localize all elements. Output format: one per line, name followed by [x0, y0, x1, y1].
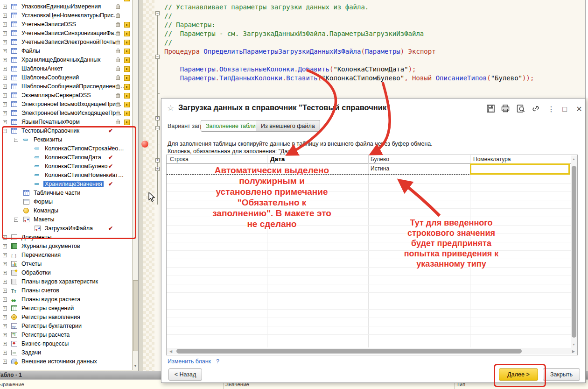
- expand-icon[interactable]: +: [3, 58, 7, 62]
- expand-icon[interactable]: +: [3, 76, 7, 80]
- tree-item-label[interactable]: Макеты: [34, 216, 54, 223]
- tree-item-label[interactable]: Планы видов расчета: [21, 296, 80, 303]
- tree-item-label[interactable]: УчетныеЗаписиСинхронизацииФа…: [21, 30, 120, 36]
- code-line[interactable]: //: [164, 39, 172, 48]
- fold-collapse-icon[interactable]: −: [155, 55, 160, 59]
- tree-item-label[interactable]: ХранилищеДвоичныхДанных: [21, 57, 101, 63]
- expand-icon[interactable]: +: [3, 315, 7, 319]
- expand-icon[interactable]: +: [3, 342, 7, 346]
- tree-item-label[interactable]: ЭлектронноеПисьмоИсходящееПр…: [21, 110, 122, 116]
- tree-item-label[interactable]: УстановкаЦенНоменклатурыПрис…: [21, 12, 119, 19]
- collapse-icon[interactable]: −: [3, 129, 7, 133]
- tree-item-label[interactable]: ШаблоныСообщенийПрисоединенн…: [21, 83, 125, 90]
- tree-item-label[interactable]: Планы видов характеристик: [21, 278, 98, 285]
- tree-item[interactable]: +Регистры расчета: [0, 331, 138, 339]
- expand-icon[interactable]: +: [3, 22, 7, 27]
- tree-item[interactable]: Команды: [0, 206, 138, 215]
- more-menu-icon[interactable]: ⋮: [546, 105, 556, 114]
- tree-item[interactable]: +Планы счетов: [0, 286, 138, 295]
- tree-item[interactable]: +ЯзыкиПечатныхФорм: [0, 118, 138, 127]
- tree-item-label[interactable]: Бизнес-процессы: [21, 340, 69, 347]
- expand-icon[interactable]: +: [3, 289, 7, 293]
- tree-item[interactable]: −Реквизиты: [0, 135, 138, 144]
- table-horizontal-scrollbar[interactable]: ◀ ▶: [167, 348, 577, 354]
- scroll-down-icon[interactable]: ▼: [133, 363, 138, 369]
- data-entry-table[interactable]: СтрокаДатаБулевоНоменклатура Истина ▲ ▼ …: [166, 155, 578, 355]
- tree-item-label[interactable]: Перечисления: [21, 252, 61, 258]
- tree-item[interactable]: +ШаблоныАнкет: [0, 64, 138, 73]
- tree-item[interactable]: ХранилищеЗначения✔: [0, 180, 138, 189]
- tree-item[interactable]: +Обработки: [0, 269, 138, 277]
- favorite-star-icon[interactable]: ☆: [167, 103, 174, 113]
- scroll-down-icon[interactable]: ▼: [572, 343, 575, 346]
- tree-item-label[interactable]: Формы: [34, 198, 53, 205]
- tree-item[interactable]: +ХранилищеДвоичныхДанных: [0, 56, 138, 64]
- expand-icon[interactable]: +: [3, 306, 7, 311]
- tree-item[interactable]: +Планы видов расчета: [0, 295, 138, 304]
- tree-item-label[interactable]: КолонкаСТипомБулево: [45, 163, 108, 170]
- tree-item-label[interactable]: Файлы: [21, 48, 40, 54]
- breakpoint-icon[interactable]: [141, 141, 148, 148]
- fold-expand-icon[interactable]: +: [155, 116, 160, 120]
- tree-item-label[interactable]: ТестовыйСправочник: [21, 127, 79, 134]
- tree-item[interactable]: КолонкаСТипомБулево✔: [0, 162, 138, 171]
- tree-item[interactable]: +Регистры накопления: [0, 313, 138, 322]
- tree-item[interactable]: +Перечисления: [0, 251, 138, 260]
- code-line[interactable]: Параметры.ОбязательныеКолонки.Добавить("…: [164, 65, 416, 74]
- tree-item-label[interactable]: УчетныеЗаписиЭлектроннойПочты: [21, 39, 117, 45]
- tree-item-label[interactable]: УчетныеЗаписиDSS: [21, 21, 76, 28]
- table-vertical-scrollbar[interactable]: ▲ ▼: [571, 156, 577, 348]
- tree-item[interactable]: +ЭкземплярыСервераDSS: [0, 91, 138, 100]
- expand-icon[interactable]: +: [3, 262, 7, 266]
- scroll-right-icon[interactable]: ▶: [572, 349, 575, 354]
- column-header-3[interactable]: Булево: [371, 156, 389, 163]
- close-icon[interactable]: ✕: [574, 105, 584, 114]
- tree-item-label[interactable]: Регистры сведений: [21, 305, 74, 311]
- column-header-2[interactable]: Дата: [270, 156, 285, 163]
- fold-expand-icon[interactable]: +: [155, 167, 160, 171]
- back-button[interactable]: < Назад: [168, 368, 202, 381]
- editor-scrollbar[interactable]: [585, 0, 588, 98]
- vscroll-thumb[interactable]: [572, 166, 576, 338]
- tree-item-label[interactable]: ЯзыкиПечатныхФорм: [21, 119, 80, 125]
- tree-item-label[interactable]: Реквизиты: [34, 136, 62, 143]
- expand-icon[interactable]: +: [3, 253, 7, 257]
- edit-form-link[interactable]: Изменить бланк: [168, 358, 211, 365]
- expand-icon[interactable]: +: [3, 244, 7, 248]
- tree-item[interactable]: +ШаблоныСообщенийПрисоединенн…: [0, 82, 138, 91]
- expand-icon[interactable]: +: [3, 280, 7, 284]
- tree-item-label[interactable]: КолонкаСТипомДата: [45, 154, 101, 161]
- expand-icon[interactable]: +: [3, 5, 7, 9]
- tree-item-label[interactable]: ЭкземплярыСервераDSS: [21, 92, 91, 99]
- expand-icon[interactable]: +: [3, 31, 7, 35]
- breakpoint-gutter[interactable]: [143, 0, 154, 371]
- tree-item[interactable]: −Макеты: [0, 215, 138, 224]
- hscroll-thumb[interactable]: [176, 349, 522, 354]
- tree-item[interactable]: +ЭлектронноеПисьмоИсходящееПр…: [0, 109, 138, 118]
- preview-icon[interactable]: [516, 105, 526, 114]
- code-line[interactable]: // Параметры - см. ЗагрузкаДанныхИзФайла…: [164, 30, 424, 39]
- tree-item-label[interactable]: Регистры расчета: [21, 332, 70, 338]
- tree-item-label[interactable]: ШаблоныАнкет: [21, 65, 63, 72]
- tree-item-label[interactable]: Обработки: [21, 269, 51, 276]
- tree-item[interactable]: +УчетныеЗаписиЭлектроннойПочты: [0, 38, 138, 47]
- fold-collapse-icon[interactable]: −: [155, 126, 160, 130]
- expand-icon[interactable]: +: [3, 14, 7, 18]
- help-icon[interactable]: ?: [216, 358, 219, 365]
- collapse-icon[interactable]: −: [14, 218, 18, 222]
- collapse-icon[interactable]: −: [14, 138, 18, 142]
- fold-collapse-icon[interactable]: −: [155, 11, 160, 15]
- code-line[interactable]: Процедура ОпределитьПараметрыЗагрузкиДан…: [164, 48, 436, 57]
- tree-item[interactable]: +Регистры бухгалтерии: [0, 322, 138, 331]
- tree-item[interactable]: +Отчеты: [0, 260, 138, 269]
- tree-item[interactable]: ЗагрузкаИзФайла✔: [0, 224, 138, 233]
- tree-item[interactable]: +Журналы документов: [0, 242, 138, 251]
- cell-boolean-value[interactable]: Истина: [371, 165, 389, 172]
- tree-item-label[interactable]: Регистры накопления: [21, 314, 80, 320]
- expand-icon[interactable]: +: [3, 111, 7, 115]
- tree-item[interactable]: +Планы видов характеристик: [0, 277, 138, 286]
- tree-item-label[interactable]: Задачи: [21, 349, 41, 356]
- expand-icon[interactable]: +: [3, 271, 7, 275]
- tree-item[interactable]: +Файлы: [0, 47, 138, 56]
- expand-icon[interactable]: +: [3, 40, 7, 44]
